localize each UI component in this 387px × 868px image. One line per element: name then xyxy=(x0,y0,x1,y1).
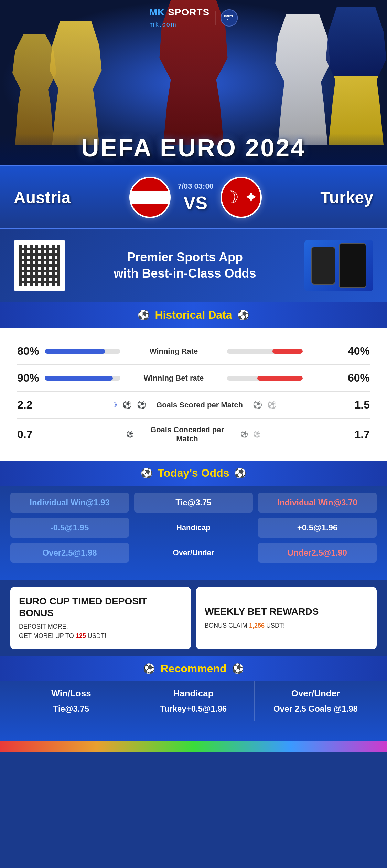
player-silhouette-4 xyxy=(322,7,387,145)
turkey-flag-bg: ☽ ✦ xyxy=(222,178,260,217)
vs-text: VS xyxy=(184,193,207,213)
stat-left-winning-bet: 90% xyxy=(17,372,45,384)
phone-screen-front xyxy=(339,243,366,288)
ball-icon-2: ⚽ xyxy=(137,401,146,410)
odds-section: ⚽ Today's Odds ⚽ Individual Win@1.93 Tie… xyxy=(0,461,387,580)
odds-handicap-left-value: -0.5@1.95 xyxy=(51,523,89,532)
austria-stripe-top xyxy=(131,178,169,191)
promo-section: Premier Sports App with Best-in-Class Od… xyxy=(0,229,387,302)
odds-handicap-label: Handicap xyxy=(176,523,211,532)
austria-stripe-bot xyxy=(131,204,169,217)
qr-code[interactable] xyxy=(14,240,65,291)
stat-bar-winning-rate: Winning Rate xyxy=(45,347,342,356)
odds-title: Today's Odds xyxy=(158,467,229,479)
odds-header: ⚽ Today's Odds ⚽ xyxy=(0,461,387,486)
ball-icon-right-1: ⚽ xyxy=(253,401,262,410)
odds-overunder-label: Over/Under xyxy=(173,548,214,557)
odds-cell-tie[interactable]: Tie@3.75 xyxy=(134,493,253,513)
bar-left-winning-bet xyxy=(45,376,120,381)
bar-right-winning-rate xyxy=(227,349,303,354)
bonus-deposit-highlight: 125 xyxy=(76,632,86,639)
stat-right-winning-bet: 60% xyxy=(342,372,370,384)
historical-data-title: Historical Data xyxy=(155,309,232,321)
mk-logo: MK SPORTS mk.com xyxy=(149,7,209,29)
team-left-name: Austria xyxy=(14,188,71,207)
team-right-name: Turkey xyxy=(320,188,373,207)
bonus-weekly-desc: BONUS CLAIM 1,256 USDT! xyxy=(205,621,368,630)
odds-cell-handicap-left[interactable]: -0.5@1.95 xyxy=(10,518,129,538)
rec-icon-left: ⚽ xyxy=(143,663,155,674)
bar-left-winning-rate xyxy=(45,349,120,354)
stat-label-goals-scored: Goals Scored per Match xyxy=(151,401,248,410)
odds-cell-over-left[interactable]: Over2.5@1.98 xyxy=(10,543,129,563)
bar-right-fill-winning-rate xyxy=(272,349,303,354)
odds-tie-value: Tie@3.75 xyxy=(175,498,211,507)
vs-area: 7/03 03:00 VS xyxy=(178,182,214,213)
bonus-weekly-highlight: 1,256 xyxy=(249,622,265,629)
bonus-section: EURO CUP TIMED DEPOSIT BONUS DEPOSIT MOR… xyxy=(0,580,387,656)
rec-header-winloss: Win/Loss xyxy=(17,688,125,699)
odds-cell-individual-win-left[interactable]: Individual Win@1.93 xyxy=(10,493,129,513)
odds-cell-handicap-right[interactable]: +0.5@1.96 xyxy=(258,518,377,538)
ball-icon-right-2: ⚽ xyxy=(267,401,277,410)
player-silhouette-3 xyxy=(270,14,335,145)
stat-right-goals-conceded: 1.7 xyxy=(342,428,370,441)
stat-bar-winning-bet: Winning Bet rate xyxy=(45,374,342,383)
bonus-deposit-desc: DEPOSIT MORE, GET MORE! UP TO 125 USDT! xyxy=(19,622,182,641)
phone-screen-back xyxy=(311,247,335,285)
stat-icons-goals-scored: ☽ ⚽ ⚽ Goals Scored per Match ⚽ ⚽ xyxy=(45,401,342,410)
rec-header-overunder: Over/Under xyxy=(261,688,370,699)
stat-label-winning-rate: Winning Rate xyxy=(126,347,222,356)
bar-left-fill-winning-bet xyxy=(45,376,113,381)
recommend-title: Recommend xyxy=(160,662,226,675)
bonus-deposit-title: EURO CUP TIMED DEPOSIT BONUS xyxy=(19,596,182,619)
stat-right-winning-rate: 40% xyxy=(342,345,370,358)
bonus-card-deposit[interactable]: EURO CUP TIMED DEPOSIT BONUS DEPOSIT MOR… xyxy=(10,587,191,649)
promo-text: Premier Sports App with Best-in-Class Od… xyxy=(65,249,304,282)
rec-value-handicap: Turkey+0.5@1.96 xyxy=(139,704,247,714)
bottom-color-bar xyxy=(0,741,387,752)
odds-grid: Individual Win@1.93 Tie@3.75 Individual … xyxy=(0,486,387,570)
odds-under-right-value: Under2.5@1.90 xyxy=(288,548,347,557)
match-date: 7/03 03:00 xyxy=(178,182,214,191)
promo-main-text: Premier Sports App with Best-in-Class Od… xyxy=(65,249,304,282)
odds-handicap-right-value: +0.5@1.96 xyxy=(297,523,338,532)
rec-value-overunder: Over 2.5 Goals @1.98 xyxy=(261,704,370,714)
ball-icon-small-left: ⚽ xyxy=(126,431,134,438)
austria-stripe-mid xyxy=(131,191,169,204)
bar-right-fill-winning-bet xyxy=(257,376,303,381)
stat-left-winning-rate: 80% xyxy=(17,345,45,358)
qr-pattern xyxy=(19,245,60,286)
recommend-header: ⚽ Recommend ⚽ xyxy=(0,656,387,681)
bar-right-winning-bet xyxy=(227,376,303,381)
turkey-crescent-icon: ☽ ✦ xyxy=(224,189,258,206)
rec-value-winloss: Tie@3.75 xyxy=(17,704,125,714)
moon-icon: ☽ xyxy=(110,401,117,410)
odds-cell-handicap-label: Handicap xyxy=(134,518,253,538)
stat-label-winning-bet: Winning Bet rate xyxy=(126,374,222,383)
rec-col-handicap: Handicap Turkey+0.5@1.96 xyxy=(132,681,255,721)
historical-data-header: ⚽ Historical Data ⚽ xyxy=(0,302,387,328)
turkey-flag: ☽ ✦ xyxy=(221,177,262,218)
bonus-card-weekly[interactable]: WEEKLY BET REWARDS BONUS CLAIM 1,256 USD… xyxy=(196,587,377,649)
odds-icon-right: ⚽ xyxy=(234,467,246,479)
rec-header-handicap: Handicap xyxy=(139,688,247,699)
odds-over-left-value: Over2.5@1.98 xyxy=(42,548,97,557)
player-silhouette-2 xyxy=(45,21,107,145)
odds-individual-win-left-value: Individual Win@1.93 xyxy=(30,498,110,507)
austria-flag xyxy=(129,177,171,218)
mk-url: mk.com xyxy=(149,21,177,28)
stat-label-goals-conceded: Goals Conceded per Match xyxy=(139,425,235,443)
bonus-weekly-title: WEEKLY BET REWARDS xyxy=(205,606,368,618)
trophy-icon-right: ⚽ xyxy=(237,309,249,321)
odds-cell-individual-win-right[interactable]: Individual Win@3.70 xyxy=(258,493,377,513)
odds-icon-left: ⚽ xyxy=(141,467,153,479)
ball-icon-small-right-1: ⚽ xyxy=(240,431,248,438)
odds-cell-under-right[interactable]: Under2.5@1.90 xyxy=(258,543,377,563)
rec-icon-right: ⚽ xyxy=(232,663,244,674)
logo-area: MK SPORTS mk.com EMPOLI F.C. xyxy=(149,7,238,29)
ball-icon-small-right-2: ⚽ xyxy=(253,431,261,438)
rec-col-overunder: Over/Under Over 2.5 Goals @1.98 xyxy=(255,681,377,721)
hero-banner: MK SPORTS mk.com EMPOLI F.C. UEFA EURO 2… xyxy=(0,0,387,165)
stat-row-winning-rate: 80% Winning Rate 40% xyxy=(17,338,370,365)
